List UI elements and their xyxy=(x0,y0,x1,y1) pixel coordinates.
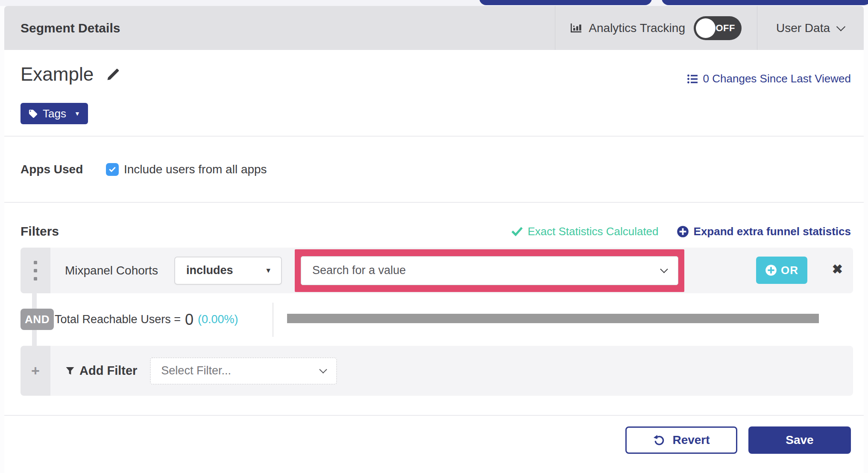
chevron-down-icon xyxy=(660,265,668,273)
segment-name: Example xyxy=(21,64,94,85)
add-filter-handle: + xyxy=(21,346,50,396)
segment-title-section: Example xyxy=(4,50,864,137)
apps-used-section: Apps Used Include users from all apps xyxy=(4,137,864,203)
add-filter-row-body: Add Filter Select Filter... xyxy=(50,346,853,396)
caret-down-icon: ▼ xyxy=(74,111,80,117)
exact-statistics-status: Exact Statistics Calculated xyxy=(511,225,658,238)
and-badge: AND xyxy=(21,309,54,330)
filters-title: Filters xyxy=(21,224,59,239)
total-reachable-users: Total Reachable Users = 0 (0.00%) xyxy=(55,293,238,346)
filter-connector-section: AND Total Reachable Users = 0 (0.00%) xyxy=(4,293,864,346)
tags-button-label: Tags xyxy=(43,107,66,120)
drag-dot-icon xyxy=(34,261,37,264)
operator-select[interactable]: includes ▼ xyxy=(174,257,282,285)
drag-dot-icon xyxy=(34,277,37,280)
pencil-icon[interactable] xyxy=(106,67,121,82)
chevron-down-icon xyxy=(836,22,845,31)
chevron-down-icon xyxy=(320,365,327,373)
apps-used-label: Apps Used xyxy=(21,163,106,176)
include-all-apps-label: Include users from all apps xyxy=(124,163,267,176)
check-icon xyxy=(511,226,523,237)
filter-field-label: Mixpanel Cohorts xyxy=(65,264,174,277)
filters-status-links: Exact Statistics Calculated Expand extra… xyxy=(511,225,851,238)
toggle-knob xyxy=(696,18,716,38)
segment-details-page: Segment Details Analytics Tracking xyxy=(0,0,868,473)
add-filter-row: + Add Filter Select Filter... xyxy=(21,346,853,396)
drag-dot-icon xyxy=(34,269,37,272)
remove-filter-close-icon[interactable]: ✖ xyxy=(832,263,843,276)
analytics-tracking-toggle[interactable]: OFF xyxy=(694,16,742,40)
save-button-label: Save xyxy=(786,433,813,447)
tag-icon xyxy=(28,109,38,119)
top-nav-button-right[interactable] xyxy=(662,0,868,5)
top-nav-button-left[interactable] xyxy=(479,0,652,5)
select-filter-placeholder: Select Filter... xyxy=(161,364,231,377)
toggle-state-label: OFF xyxy=(716,16,735,40)
revert-button-label: Revert xyxy=(672,433,710,447)
add-filter-label: Add Filter xyxy=(79,364,137,378)
save-button[interactable]: Save xyxy=(748,426,851,454)
card-header-bar: Segment Details Analytics Tracking xyxy=(4,6,864,50)
add-or-condition-button[interactable]: OR xyxy=(756,257,807,284)
undo-icon xyxy=(653,434,666,447)
include-all-apps-checkbox[interactable] xyxy=(106,163,119,176)
or-button-label: OR xyxy=(781,264,798,277)
tags-button[interactable]: Tags ▼ xyxy=(21,103,88,124)
user-data-label: User Data xyxy=(776,21,830,35)
caret-down-icon: ▼ xyxy=(265,267,272,274)
changes-link-label: 0 Changes Since Last Viewed xyxy=(703,72,851,85)
funnel-icon xyxy=(65,366,75,376)
analytics-tracking-group: Analytics Tracking OFF xyxy=(555,6,757,50)
value-select-placeholder: Search for a value xyxy=(312,264,406,277)
footer-buttons: Revert Save xyxy=(625,426,851,454)
value-search-select[interactable]: Search for a value xyxy=(301,256,678,285)
analytics-tracking-label: Analytics Tracking xyxy=(589,21,685,35)
operator-value: includes xyxy=(186,264,233,277)
revert-button[interactable]: Revert xyxy=(625,426,737,454)
user-data-dropdown[interactable]: User Data xyxy=(757,6,864,50)
add-filter-label-group: Add Filter xyxy=(65,364,137,378)
reachable-users-text: Total Reachable Users = xyxy=(55,313,181,326)
drag-handle[interactable] xyxy=(21,248,50,293)
expand-funnel-statistics-label: Expand extra funnel statistics xyxy=(694,225,851,238)
segment-name-row: Example xyxy=(21,64,121,85)
reachable-users-percent: (0.00%) xyxy=(198,313,238,326)
page-title: Segment Details xyxy=(21,21,120,35)
expand-funnel-statistics-link[interactable]: Expand extra funnel statistics xyxy=(677,225,851,238)
select-filter-dropdown[interactable]: Select Filter... xyxy=(150,357,337,385)
changes-since-last-viewed-link[interactable]: 0 Changes Since Last Viewed xyxy=(687,72,851,85)
plus-icon: + xyxy=(31,362,40,379)
filters-section: Filters Exact Statistics Calculated Expa… xyxy=(4,203,864,415)
filter-row: Mixpanel Cohorts includes ▼ Search for a… xyxy=(21,248,853,293)
filter-row-body: Mixpanel Cohorts includes ▼ Search for a… xyxy=(50,248,853,293)
reach-progress-bar xyxy=(287,314,819,323)
reachable-users-value: 0 xyxy=(185,311,194,329)
change-list-icon xyxy=(687,73,698,85)
footer-actions: Revert Save xyxy=(4,415,864,473)
plus-circle-icon xyxy=(765,264,777,276)
exact-statistics-label: Exact Statistics Calculated xyxy=(528,225,658,238)
reach-divider xyxy=(273,303,273,337)
checkmark-icon xyxy=(108,165,117,174)
plus-circle-icon xyxy=(677,225,689,238)
highlight-annotation: Search for a value xyxy=(295,249,684,292)
segment-details-card: Segment Details Analytics Tracking xyxy=(4,6,864,473)
bar-chart-icon xyxy=(569,21,583,35)
